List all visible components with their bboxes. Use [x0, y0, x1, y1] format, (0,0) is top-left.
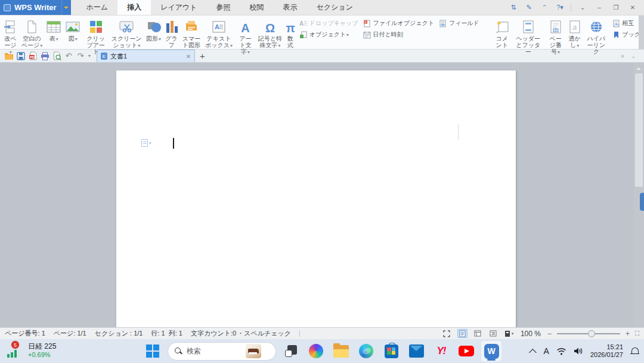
insert-options-widget[interactable]: ▾ [141, 139, 151, 147]
svg-text:a: a [572, 23, 577, 32]
status-spell-check[interactable]: ・スペルチェック [237, 329, 291, 338]
zoom-slider-thumb[interactable] [588, 330, 595, 337]
outlook-button[interactable] [406, 341, 426, 361]
tab-overflow-icon[interactable]: ⌄ [631, 53, 636, 59]
menu-tab-references[interactable]: 参照 [207, 0, 240, 15]
status-separator [299, 330, 300, 337]
share-icon[interactable]: ⇅ [509, 4, 518, 12]
menu-tab-view[interactable]: 表示 [274, 0, 307, 15]
youtube-button[interactable] [456, 341, 476, 361]
document-page[interactable] [116, 70, 516, 327]
volume-icon[interactable] [574, 347, 583, 355]
svg-text:1: 1 [364, 20, 366, 23]
view-mode-dropdown[interactable]: ▾ [504, 329, 514, 338]
note-icon[interactable]: ✎ [524, 4, 534, 12]
wifi-icon[interactable] [556, 347, 566, 355]
outline-view-icon[interactable] [488, 329, 499, 338]
break-page-button[interactable]: 改ページ [1, 17, 20, 56]
table-button[interactable]: 表 [44, 17, 63, 43]
status-column: 列: 1 [169, 329, 182, 338]
equation-button[interactable]: π 数式 [284, 17, 296, 49]
chart-button[interactable]: グラフ [163, 17, 180, 49]
search-daily-art[interactable] [246, 344, 261, 358]
ime-indicator[interactable]: A [544, 346, 549, 356]
start-button[interactable] [143, 341, 163, 361]
tab-list-icon[interactable]: ≡ [621, 53, 624, 59]
notification-bell-icon[interactable] [630, 347, 639, 356]
screenshot-button[interactable]: スクリーンショット [109, 17, 144, 50]
menu-tab-home[interactable]: ホーム [77, 0, 118, 15]
print-preview-icon[interactable] [51, 51, 62, 61]
document-tab-close-icon[interactable]: ✕ [186, 53, 191, 60]
menu-tab-layout[interactable]: レイアウト [151, 0, 206, 15]
search-input[interactable] [187, 347, 242, 355]
clock[interactable]: 15:21 2026/01/27 [590, 343, 623, 359]
undo-icon[interactable]: ↶ [63, 51, 74, 61]
task-view-button[interactable] [281, 341, 301, 361]
app-menu-caret[interactable] [61, 0, 71, 15]
fit-page-icon[interactable]: ⛶ [635, 330, 639, 337]
object-button[interactable]: オブジェクト [299, 30, 358, 39]
bookmark-button[interactable]: ブック [612, 30, 640, 39]
menu-tab-review[interactable]: 校閲 [240, 0, 274, 15]
collapse-ribbon-icon[interactable]: ⌃ [540, 4, 549, 12]
youtube-icon [459, 346, 474, 356]
print-layout-view-icon[interactable] [457, 329, 467, 338]
side-panel-handle[interactable] [640, 193, 644, 211]
edge-button[interactable] [356, 341, 376, 361]
taskbar-search[interactable] [168, 342, 276, 361]
new-tab-button[interactable]: + [200, 51, 205, 61]
skin-icon[interactable]: ⌄ [577, 4, 588, 12]
scrollbar-thumb[interactable] [635, 73, 643, 187]
copilot-button[interactable] [306, 341, 326, 361]
widget-change: +0.69% [28, 350, 56, 359]
microsoft-store-button[interactable] [381, 341, 401, 361]
hyperlink-button[interactable]: ハイパーリンク [583, 17, 610, 56]
status-char-count[interactable]: 文字カウント:0 [191, 329, 236, 338]
help-icon[interactable]: ?▾ [555, 4, 565, 12]
page-number-button[interactable]: # ページ番号 [545, 17, 566, 56]
blank-page-button[interactable]: 空白のページ [20, 17, 45, 50]
drop-cap-button: A ドロップキャップ [299, 19, 358, 28]
restore-button[interactable]: ❐ [611, 4, 621, 12]
smart-art-button[interactable]: スマート図形 [180, 17, 203, 49]
shapes-button[interactable]: 図形 [144, 17, 163, 43]
date-time-button[interactable]: 日付と時刻 [363, 30, 434, 39]
close-button[interactable]: ✕ [627, 4, 638, 12]
fullscreen-view-icon[interactable] [442, 329, 452, 338]
word-art-icon: A [241, 18, 249, 34]
bookmark-icon [612, 30, 620, 39]
symbol-button[interactable]: Ω 記号と特殊文字 [256, 17, 284, 50]
tray-overflow-chevron[interactable] [531, 349, 537, 354]
watermark-button[interactable]: a 透かし [566, 17, 583, 50]
field-button[interactable]: フィールド [439, 19, 479, 28]
chart-icon [165, 18, 178, 34]
zoom-out-button[interactable]: − [547, 330, 552, 338]
menu-tab-section[interactable]: セクション [307, 0, 363, 15]
file-object-button[interactable]: 1 ファイルオブジェクト [363, 19, 434, 28]
cross-reference-button[interactable]: 相互 [612, 19, 640, 28]
print-icon[interactable] [39, 51, 50, 61]
document-tab[interactable]: E 文書1 ✕ [97, 50, 195, 62]
web-layout-view-icon[interactable] [473, 329, 483, 338]
menu-tab-insert[interactable]: 挿入 [117, 0, 151, 15]
equation-icon: π [286, 18, 295, 34]
yahoo-button[interactable]: Y! [431, 341, 451, 361]
widgets-button[interactable]: 5 日経 225 +0.69% [6, 342, 56, 359]
text-box-button[interactable]: A テキストボックス [203, 17, 234, 50]
zoom-level[interactable]: 100 % [521, 330, 541, 338]
date-time-icon [363, 30, 371, 39]
minimize-button[interactable]: – [594, 4, 605, 12]
file-explorer-button[interactable] [331, 341, 351, 361]
export-pdf-icon[interactable]: PDF [27, 51, 38, 61]
zoom-in-button[interactable]: + [626, 330, 630, 338]
scroll-up-arrow[interactable] [636, 65, 641, 70]
clip-art-button[interactable]: クリップアート [82, 17, 109, 56]
zoom-slider[interactable] [557, 330, 620, 338]
app-badge[interactable]: WPS Writer [0, 0, 61, 15]
wps-writer-button[interactable]: W [481, 341, 501, 361]
comment-button[interactable]: コメント [493, 17, 512, 49]
word-art-button[interactable]: A アート文字 [235, 17, 256, 56]
header-footer-button[interactable]: ヘッダーとフッター [512, 17, 545, 56]
picture-button[interactable]: 図 [63, 17, 82, 43]
